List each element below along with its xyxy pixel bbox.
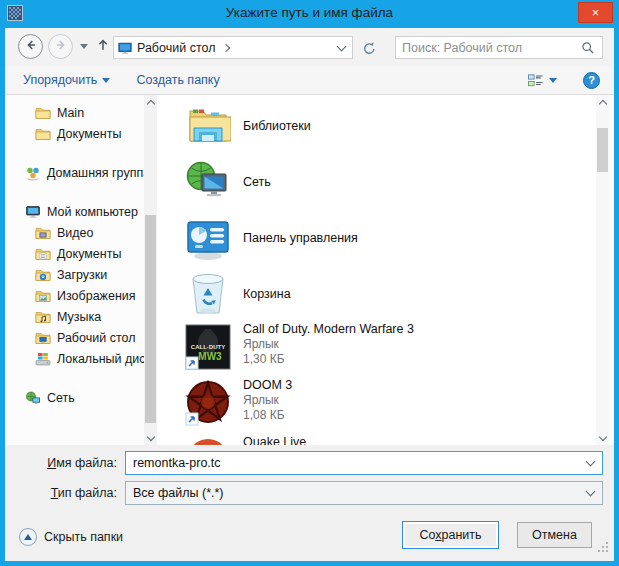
refresh-icon	[362, 41, 377, 56]
organize-button[interactable]: Упорядочить	[17, 69, 116, 91]
back-button[interactable]	[18, 34, 43, 59]
sidebar-item-folder-pictures[interactable]: Изображения	[5, 285, 144, 306]
file-item-name: Библиотеки	[243, 119, 311, 134]
sidebar-item-label: Main	[57, 106, 84, 120]
libraries-icon	[185, 103, 231, 149]
scroll-up-icon[interactable]	[596, 97, 609, 110]
sidebar-item-folder-docs[interactable]: Документы	[5, 243, 144, 264]
save-button[interactable]: Сохранить	[402, 521, 499, 549]
dialog-footer: Скрыть папки Сохранить Отмена	[5, 514, 614, 561]
filetype-combobox[interactable]: Все файлы (*.*)	[125, 481, 603, 505]
back-arrow-icon	[24, 38, 38, 56]
sidebar-item-homegroup[interactable]: Домашняя группа	[5, 162, 144, 183]
sidebar-scrollbar[interactable]	[144, 95, 157, 445]
scroll-down-icon[interactable]	[144, 430, 157, 443]
local-disk-icon	[35, 351, 51, 367]
forward-arrow-icon	[54, 38, 68, 56]
breadcrumb-location[interactable]: Рабочий стол	[137, 41, 215, 55]
address-dropdown-icon[interactable]	[337, 42, 347, 52]
file-item-name: Панель управления	[243, 231, 358, 246]
sidebar-item-label: Документы	[57, 127, 121, 141]
address-bar[interactable]: Рабочий стол	[113, 36, 353, 59]
recent-locations-dropdown[interactable]	[80, 44, 88, 49]
search-icon	[581, 41, 595, 55]
homegroup-icon	[25, 165, 41, 181]
hide-folders-button[interactable]: Скрыть папки	[19, 528, 123, 546]
change-view-button[interactable]	[527, 73, 557, 88]
new-folder-button[interactable]: Создать папку	[130, 69, 225, 91]
quake-live-icon	[185, 436, 231, 445]
file-item-type: Ярлык	[243, 337, 414, 352]
file-item-control-panel[interactable]: Панель управления	[185, 210, 596, 266]
folder-video-icon	[35, 225, 51, 241]
dialog-body: Рабочий стол Упорядочить Создать папку	[5, 28, 614, 561]
sidebar-scrollbar-thumb[interactable]	[145, 215, 156, 423]
folder-user-icon	[35, 105, 51, 121]
search-box[interactable]	[395, 36, 603, 59]
folder-pictures-icon	[35, 288, 51, 304]
view-dropdown-icon	[549, 78, 557, 83]
content-area: Main Документы Домашняя группа Мой компь…	[5, 95, 614, 445]
refresh-button[interactable]	[357, 37, 381, 59]
file-item-name: Quake Live	[243, 435, 306, 445]
folder-music-icon	[35, 309, 51, 325]
search-input[interactable]	[396, 41, 581, 55]
up-arrow-icon	[96, 38, 110, 56]
sidebar-item-network[interactable]: Сеть	[5, 387, 144, 408]
doom3-icon	[185, 380, 231, 426]
folder-icon	[35, 126, 51, 142]
file-item-cod-mw3[interactable]: CALL·DUTYMW3 Call of Duty. Modern Warfar…	[185, 322, 596, 378]
sidebar-item-folder-downloads[interactable]: Загрузки	[5, 264, 144, 285]
filename-combobox[interactable]	[125, 451, 603, 475]
sidebar-item-label: Рабочий стол	[57, 331, 135, 345]
sidebar-item-folder-user[interactable]: Main	[5, 102, 144, 123]
file-item-size: 1,30 КБ	[243, 352, 414, 367]
file-item-recycle-bin[interactable]: Корзина	[185, 266, 596, 322]
file-item-network-places[interactable]: Сеть	[185, 154, 596, 210]
sidebar-item-computer[interactable]: Мой компьютер	[5, 201, 144, 222]
network-icon	[25, 390, 41, 406]
resize-grip[interactable]	[597, 539, 609, 557]
file-list: Библиотеки Сеть Панель управления Корзин…	[157, 95, 596, 445]
file-item-libraries[interactable]: Библиотеки	[185, 98, 596, 154]
svg-text:MW3: MW3	[198, 351, 222, 362]
help-button[interactable]: ?	[583, 72, 600, 89]
filename-label: Имя файла:	[5, 456, 125, 470]
sidebar-item-local-disk[interactable]: Локальный диск	[5, 348, 144, 369]
sidebar-item-label: Документы	[57, 247, 121, 261]
sidebar-item-folder[interactable]: Документы	[5, 123, 144, 144]
file-item-quake-live[interactable]: Quake Live	[185, 434, 596, 445]
sidebar-item-label: Музыка	[57, 310, 101, 324]
svg-text:CALL·DUTY: CALL·DUTY	[191, 344, 225, 350]
file-fields: Имя файла: Тип файла: Все файлы (*.*)	[5, 445, 614, 514]
cod-mw3-icon: CALL·DUTYMW3	[185, 324, 231, 370]
scroll-down-icon[interactable]	[596, 430, 609, 443]
file-list-scrollbar[interactable]	[596, 95, 609, 445]
scroll-up-icon[interactable]	[144, 97, 157, 110]
forward-button[interactable]	[48, 34, 73, 59]
filetype-dropdown-icon[interactable]	[586, 487, 596, 497]
sidebar-item-folder-video[interactable]: Видео	[5, 222, 144, 243]
view-switcher-icon	[527, 73, 545, 88]
filename-input[interactable]	[126, 456, 587, 470]
desktop-location-icon	[118, 41, 132, 55]
titlebar[interactable]: Укажите путь и имя файла ×	[0, 0, 619, 28]
filename-dropdown-icon[interactable]	[586, 457, 596, 467]
up-button[interactable]	[94, 39, 112, 55]
sidebar-item-label: Домашняя группа	[47, 166, 144, 180]
folder-docs-icon	[35, 246, 51, 262]
network-places-icon	[185, 159, 231, 205]
organize-dropdown-icon	[102, 78, 110, 83]
file-item-doom3[interactable]: DOOM 3 Ярлык 1,08 КБ	[185, 378, 596, 434]
file-list-scrollbar-thumb[interactable]	[597, 128, 608, 172]
folder-desktop-icon	[35, 330, 51, 346]
sidebar-tree: Main Документы Домашняя группа Мой компь…	[5, 95, 144, 445]
sidebar-item-folder-desktop[interactable]: Рабочий стол	[5, 327, 144, 348]
close-button[interactable]: ×	[578, 2, 613, 23]
cancel-button[interactable]: Отмена	[517, 522, 592, 548]
breadcrumb-expand-icon[interactable]	[222, 44, 230, 52]
sidebar-item-folder-music[interactable]: Музыка	[5, 306, 144, 327]
sidebar-item-label: Изображения	[57, 289, 136, 303]
window-title: Укажите путь и имя файла	[0, 5, 619, 20]
computer-icon	[25, 204, 41, 220]
